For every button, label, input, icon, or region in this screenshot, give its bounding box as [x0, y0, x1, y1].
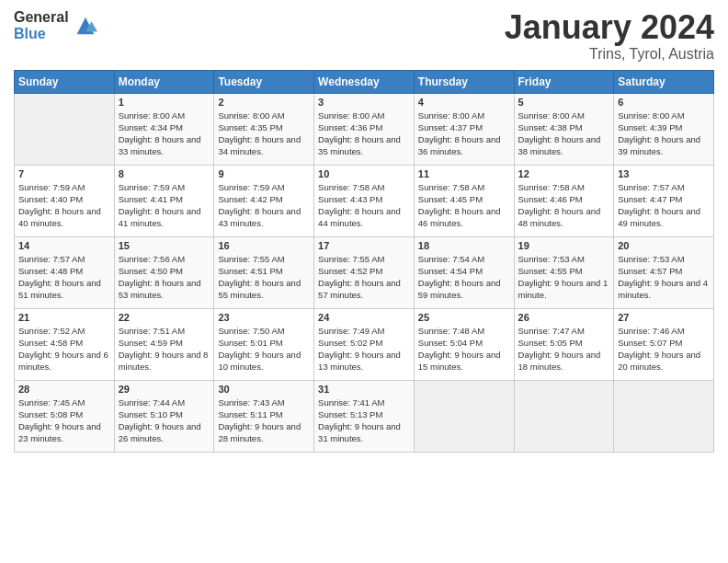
logo-text: General Blue	[14, 9, 69, 41]
day-number: 18	[418, 240, 510, 251]
logo: General Blue	[14, 9, 98, 41]
calendar-cell: 24Sunrise: 7:49 AM Sunset: 5:02 PM Dayli…	[314, 308, 415, 380]
calendar-cell: 13Sunrise: 7:57 AM Sunset: 4:47 PM Dayli…	[614, 165, 714, 236]
cell-content: Sunrise: 7:43 AM Sunset: 5:11 PM Dayligh…	[218, 396, 310, 445]
header-cell: Saturday	[614, 70, 714, 93]
calendar-cell: 28Sunrise: 7:45 AM Sunset: 5:08 PM Dayli…	[15, 380, 115, 452]
header-cell: Friday	[514, 70, 614, 93]
calendar-table: SundayMondayTuesdayWednesdayThursdayFrid…	[14, 70, 714, 453]
location-title: Trins, Tyrol, Austria	[505, 46, 714, 63]
header-cell: Wednesday	[314, 70, 415, 93]
cell-content: Sunrise: 8:00 AM Sunset: 4:35 PM Dayligh…	[218, 109, 310, 158]
day-number: 9	[218, 168, 310, 179]
cell-content: Sunrise: 7:58 AM Sunset: 4:43 PM Dayligh…	[318, 181, 410, 230]
calendar-cell: 7Sunrise: 7:59 AM Sunset: 4:40 PM Daylig…	[15, 165, 115, 236]
calendar-cell: 22Sunrise: 7:51 AM Sunset: 4:59 PM Dayli…	[114, 308, 214, 380]
calendar-cell	[514, 380, 614, 452]
cell-content: Sunrise: 7:55 AM Sunset: 4:52 PM Dayligh…	[318, 253, 410, 302]
day-number: 17	[318, 240, 410, 251]
day-number: 11	[418, 168, 510, 179]
calendar-cell: 23Sunrise: 7:50 AM Sunset: 5:01 PM Dayli…	[214, 308, 314, 380]
cell-content: Sunrise: 7:52 AM Sunset: 4:58 PM Dayligh…	[18, 325, 110, 373]
day-number: 31	[318, 384, 410, 395]
day-number: 28	[18, 384, 110, 395]
cell-content: Sunrise: 8:00 AM Sunset: 4:36 PM Dayligh…	[318, 109, 410, 158]
title-block: January 2024 Trins, Tyrol, Austria	[505, 9, 714, 63]
cell-content: Sunrise: 7:56 AM Sunset: 4:50 PM Dayligh…	[119, 253, 210, 302]
day-number: 15	[119, 240, 210, 251]
day-number: 21	[18, 312, 110, 323]
day-number: 13	[618, 168, 710, 179]
calendar-cell: 6Sunrise: 8:00 AM Sunset: 4:39 PM Daylig…	[614, 93, 714, 165]
cell-content: Sunrise: 7:45 AM Sunset: 5:08 PM Dayligh…	[18, 396, 110, 445]
calendar-cell: 17Sunrise: 7:55 AM Sunset: 4:52 PM Dayli…	[314, 236, 415, 308]
day-number: 23	[218, 312, 310, 323]
day-number: 5	[518, 97, 610, 108]
day-number: 20	[618, 240, 710, 251]
calendar-cell: 30Sunrise: 7:43 AM Sunset: 5:11 PM Dayli…	[214, 380, 314, 452]
calendar-cell: 26Sunrise: 7:47 AM Sunset: 5:05 PM Dayli…	[514, 308, 614, 380]
calendar-week-row: 7Sunrise: 7:59 AM Sunset: 4:40 PM Daylig…	[15, 165, 714, 236]
calendar-cell	[15, 93, 115, 165]
calendar-week-row: 28Sunrise: 7:45 AM Sunset: 5:08 PM Dayli…	[15, 380, 714, 452]
calendar-week-row: 14Sunrise: 7:57 AM Sunset: 4:48 PM Dayli…	[15, 236, 714, 308]
day-number: 22	[119, 312, 210, 323]
calendar-cell: 16Sunrise: 7:55 AM Sunset: 4:51 PM Dayli…	[214, 236, 314, 308]
day-number: 16	[218, 240, 310, 251]
day-number: 1	[119, 97, 210, 108]
day-number: 2	[218, 97, 310, 108]
day-number: 4	[418, 97, 510, 108]
logo-icon	[73, 13, 98, 39]
cell-content: Sunrise: 7:59 AM Sunset: 4:41 PM Dayligh…	[119, 181, 210, 230]
calendar-week-row: 1Sunrise: 8:00 AM Sunset: 4:34 PM Daylig…	[15, 93, 714, 165]
header-cell: Thursday	[414, 70, 514, 93]
day-number: 3	[318, 97, 410, 108]
calendar-cell: 29Sunrise: 7:44 AM Sunset: 5:10 PM Dayli…	[114, 380, 214, 452]
cell-content: Sunrise: 7:44 AM Sunset: 5:10 PM Dayligh…	[119, 396, 210, 445]
cell-content: Sunrise: 7:54 AM Sunset: 4:54 PM Dayligh…	[418, 253, 510, 302]
cell-content: Sunrise: 8:00 AM Sunset: 4:39 PM Dayligh…	[618, 109, 710, 158]
day-number: 14	[18, 240, 110, 251]
calendar-cell: 3Sunrise: 8:00 AM Sunset: 4:36 PM Daylig…	[314, 93, 415, 165]
header-cell: Monday	[114, 70, 214, 93]
calendar-cell: 9Sunrise: 7:59 AM Sunset: 4:42 PM Daylig…	[214, 165, 314, 236]
cell-content: Sunrise: 7:59 AM Sunset: 4:40 PM Dayligh…	[18, 181, 110, 230]
day-number: 29	[119, 384, 210, 395]
cell-content: Sunrise: 7:50 AM Sunset: 5:01 PM Dayligh…	[218, 325, 310, 373]
calendar-cell: 8Sunrise: 7:59 AM Sunset: 4:41 PM Daylig…	[114, 165, 214, 236]
calendar-cell: 27Sunrise: 7:46 AM Sunset: 5:07 PM Dayli…	[614, 308, 714, 380]
cell-content: Sunrise: 8:00 AM Sunset: 4:34 PM Dayligh…	[119, 109, 210, 158]
cell-content: Sunrise: 7:58 AM Sunset: 4:45 PM Dayligh…	[418, 181, 510, 230]
calendar-cell: 20Sunrise: 7:53 AM Sunset: 4:57 PM Dayli…	[614, 236, 714, 308]
calendar-cell: 11Sunrise: 7:58 AM Sunset: 4:45 PM Dayli…	[414, 165, 514, 236]
cell-content: Sunrise: 7:51 AM Sunset: 4:59 PM Dayligh…	[119, 325, 210, 373]
cell-content: Sunrise: 7:57 AM Sunset: 4:48 PM Dayligh…	[18, 253, 110, 302]
logo-blue: Blue	[14, 26, 69, 42]
calendar-cell: 19Sunrise: 7:53 AM Sunset: 4:55 PM Dayli…	[514, 236, 614, 308]
cell-content: Sunrise: 7:46 AM Sunset: 5:07 PM Dayligh…	[618, 325, 710, 373]
calendar-cell	[614, 380, 714, 452]
day-number: 24	[318, 312, 410, 323]
day-number: 19	[518, 240, 610, 251]
page-container: General Blue January 2024 Trins, Tyrol, …	[0, 0, 728, 462]
cell-content: Sunrise: 7:53 AM Sunset: 4:57 PM Dayligh…	[618, 253, 710, 302]
cell-content: Sunrise: 7:49 AM Sunset: 5:02 PM Dayligh…	[318, 325, 410, 373]
cell-content: Sunrise: 8:00 AM Sunset: 4:37 PM Dayligh…	[418, 109, 510, 158]
calendar-week-row: 21Sunrise: 7:52 AM Sunset: 4:58 PM Dayli…	[15, 308, 714, 380]
day-number: 6	[618, 97, 710, 108]
calendar-cell: 25Sunrise: 7:48 AM Sunset: 5:04 PM Dayli…	[414, 308, 514, 380]
calendar-cell: 2Sunrise: 8:00 AM Sunset: 4:35 PM Daylig…	[214, 93, 314, 165]
day-number: 8	[119, 168, 210, 179]
calendar-cell	[414, 380, 514, 452]
header-row: General Blue January 2024 Trins, Tyrol, …	[14, 9, 714, 63]
day-number: 7	[18, 168, 110, 179]
day-number: 30	[218, 384, 310, 395]
calendar-cell: 4Sunrise: 8:00 AM Sunset: 4:37 PM Daylig…	[414, 93, 514, 165]
cell-content: Sunrise: 7:48 AM Sunset: 5:04 PM Dayligh…	[418, 325, 510, 373]
cell-content: Sunrise: 7:53 AM Sunset: 4:55 PM Dayligh…	[518, 253, 610, 302]
day-number: 26	[518, 312, 610, 323]
calendar-cell: 10Sunrise: 7:58 AM Sunset: 4:43 PM Dayli…	[314, 165, 415, 236]
day-number: 27	[618, 312, 710, 323]
cell-content: Sunrise: 7:59 AM Sunset: 4:42 PM Dayligh…	[218, 181, 310, 230]
cell-content: Sunrise: 7:47 AM Sunset: 5:05 PM Dayligh…	[518, 325, 610, 373]
